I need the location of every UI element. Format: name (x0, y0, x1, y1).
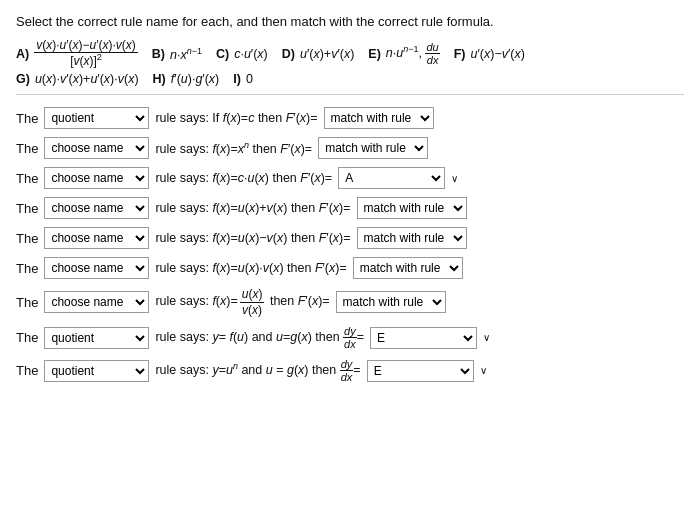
rule-row-3: The choose name quotient power constant … (16, 167, 684, 189)
rule-text-2: rule says: f(x)=xn then F′(x)= (155, 140, 312, 156)
match-select-8[interactable]: E match with rule ABCD FGHI (370, 327, 477, 349)
rule-text-3: rule says: f(x)=c·u(x) then F′(x)= (155, 171, 332, 185)
rule-row-1: The quotient choose name power constant … (16, 107, 684, 129)
dropdown-open-8: ∨ (483, 332, 490, 343)
the-label-7: The (16, 295, 38, 310)
match-select-4[interactable]: match with rule ABCD EFGHI (357, 197, 467, 219)
rule-text-6: rule says: f(x)=u(x)·v(x) then F′(x)= (155, 261, 346, 275)
rule-text-8: rule says: y= f(u) and u=g(x) then dydx= (155, 325, 364, 350)
name-select-5[interactable]: choose name quotient power constant sum … (44, 227, 149, 249)
name-select-1[interactable]: quotient choose name power constant sum … (44, 107, 149, 129)
instruction-text: Select the correct rule name for each, a… (16, 14, 684, 29)
rule-text-7: rule says: f(x)=u(x)v(x) then F′(x)= (155, 287, 329, 317)
formula-F: F) u′(x)−v′(x) (454, 47, 525, 61)
the-label-3: The (16, 171, 38, 186)
rule-row-5: The choose name quotient power constant … (16, 227, 684, 249)
name-select-4[interactable]: choose name quotient power constant sum … (44, 197, 149, 219)
dropdown-open-9: ∨ (480, 365, 487, 376)
the-label-2: The (16, 141, 38, 156)
formula-A: A) v(x)·u′(x)−u′(x)·v(x) [v(x)]2 (16, 39, 138, 68)
rule-row-2: The choose name quotient power constant … (16, 137, 684, 159)
name-select-3[interactable]: choose name quotient power constant sum … (44, 167, 149, 189)
the-label-1: The (16, 111, 38, 126)
rule-row-8: The quotient choose name power constant … (16, 325, 684, 350)
formula-G: G) u(x)·v′(x)+u′(x)·v(x) (16, 72, 139, 86)
formula-H: H) f′(u)·g′(x) (153, 72, 220, 86)
name-select-9[interactable]: quotient choose name power constant sum … (44, 360, 149, 382)
rule-text-4: rule says: f(x)=u(x)+v(x) then F′(x)= (155, 201, 350, 215)
dropdown-arrow-3: ∨ (451, 173, 458, 184)
rule-text-5: rule says: f(x)=u(x)−v(x) then F′(x)= (155, 231, 350, 245)
name-select-6[interactable]: choose name quotient power constant sum … (44, 257, 149, 279)
rules-section: The quotient choose name power constant … (16, 107, 684, 383)
match-select-7[interactable]: match with rule ABCD EFGHI (336, 291, 446, 313)
name-select-8[interactable]: quotient choose name power constant sum … (44, 327, 149, 349)
match-select-5[interactable]: match with rule ABCD EFGHI (357, 227, 467, 249)
name-select-7[interactable]: choose name quotient power constant sum … (44, 291, 149, 313)
the-label-9: The (16, 363, 38, 378)
rule-text-1: rule says: If f(x)=c then F′(x)= (155, 111, 317, 125)
the-label-8: The (16, 330, 38, 345)
formula-D: D) u′(x)+v′(x) (282, 47, 355, 61)
rule-row-7: The choose name quotient power constant … (16, 287, 684, 317)
formula-E: E) n·un−1, dudx (368, 41, 439, 66)
rule-row-4: The choose name quotient power constant … (16, 197, 684, 219)
formula-row-2: G) u(x)·v′(x)+u′(x)·v(x) H) f′(u)·g′(x) … (16, 72, 684, 86)
formula-B: B) n·xn−1 (152, 46, 202, 62)
formula-C: C) c·u′(x) (216, 47, 268, 61)
the-label-6: The (16, 261, 38, 276)
match-select-3[interactable]: A match with rule BCD EFGHI (338, 167, 445, 189)
rule-row-6: The choose name quotient power constant … (16, 257, 684, 279)
formula-I: I) 0 (233, 72, 253, 86)
match-select-6[interactable]: match with rule ABCD EFGHI (353, 257, 463, 279)
name-select-2[interactable]: choose name quotient power constant sum … (44, 137, 149, 159)
rule-text-9: rule says: y=un and u = g(x) then dydx= (155, 358, 360, 383)
match-select-2[interactable]: match with rule ABCD EFGHI (318, 137, 428, 159)
the-label-4: The (16, 201, 38, 216)
formula-row-1: A) v(x)·u′(x)−u′(x)·v(x) [v(x)]2 B) n·xn… (16, 39, 684, 68)
match-select-1[interactable]: match with rule ABCD EFGHI (324, 107, 434, 129)
match-select-9[interactable]: E match with rule ABCD FGHI (367, 360, 474, 382)
rule-row-9: The quotient choose name power constant … (16, 358, 684, 383)
the-label-5: The (16, 231, 38, 246)
